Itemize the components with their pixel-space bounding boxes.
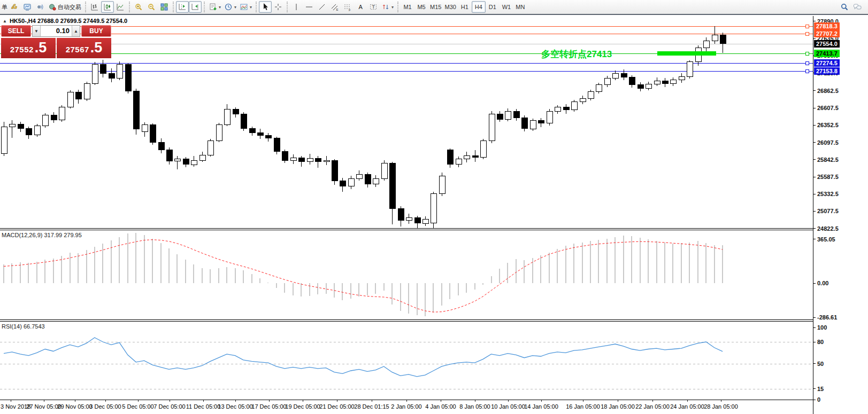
timeframe-m30-label: M30 (444, 4, 456, 10)
bar-chart-button[interactable] (88, 1, 101, 13)
auto-scroll-icon (191, 3, 199, 11)
timeframe-mn-button[interactable]: MN (513, 1, 527, 13)
chat-button[interactable] (851, 1, 864, 13)
timeframe-h1-label: H1 (461, 4, 468, 10)
text-label-icon: T (369, 3, 378, 11)
sell-button[interactable]: SELL (1, 25, 31, 37)
time-axis-tick (687, 400, 688, 402)
time-axis-tick (721, 400, 721, 402)
zoom-in-icon (134, 3, 143, 11)
candlestick-chart-button[interactable] (101, 1, 114, 13)
time-axis-tick (235, 400, 236, 402)
periods-button[interactable]: ▾ (222, 1, 238, 13)
periods-dropdown-arrow-icon[interactable]: ▾ (234, 5, 236, 10)
timeframe-w1-button[interactable]: W1 (500, 1, 513, 13)
vertical-line-button[interactable] (290, 1, 303, 13)
time-axis-tick (583, 400, 583, 402)
toolbar-separator (204, 2, 205, 12)
price-axis[interactable]: 27890.027635.027380.027125.026862.526607… (813, 16, 867, 414)
fibonacci-button[interactable]: F (341, 1, 354, 13)
pivot-annotation-text[interactable]: 多空转折点27413 (541, 48, 612, 60)
indicators-dropdown-arrow-icon[interactable]: ▾ (219, 5, 221, 10)
templates-button[interactable]: ▾ (238, 1, 254, 13)
buy-button[interactable]: BUY (81, 25, 111, 37)
templates-icon (240, 3, 248, 11)
time-axis-label: 10 Jan 05:00 (491, 403, 525, 410)
templates-dropdown-arrow-icon[interactable]: ▾ (250, 5, 252, 10)
text-tool-button[interactable]: A (354, 1, 367, 13)
candlestick-chart-canvas (0, 16, 813, 228)
axis-tick-label: 25077.5 (813, 208, 839, 214)
arrows-dropdown-arrow-icon[interactable]: ▾ (391, 5, 394, 10)
axis-tick-label: 26097.5 (813, 139, 839, 146)
time-axis-tick (138, 400, 139, 402)
publish-chart-button[interactable] (21, 1, 34, 13)
timeframe-m1-button[interactable]: M1 (401, 1, 414, 13)
price-line-badge: 27153.8 (814, 67, 840, 75)
rsi-canvas (0, 322, 813, 400)
crosshair-button[interactable] (272, 1, 285, 13)
arrows-button[interactable]: ▾ (380, 1, 395, 13)
time-axis-tick (372, 400, 372, 402)
zoom-in-button[interactable] (132, 1, 145, 13)
volume-increase-button[interactable]: ▲ (72, 26, 80, 36)
sell-price[interactable]: 27552 .5 (1, 38, 56, 58)
auto-scroll-button[interactable] (189, 1, 202, 13)
volume-value[interactable]: 0.10 (41, 26, 72, 36)
timeframe-m5-button[interactable]: M5 (414, 1, 428, 13)
news-broadcast-icon (36, 3, 44, 11)
macd-canvas (0, 230, 813, 319)
buy-price[interactable]: 27567 .5 (57, 38, 111, 58)
time-axis-label: 5 Dec 05:00 (122, 403, 153, 410)
timeframe-m30-button[interactable]: M30 (443, 1, 457, 13)
macd-pane[interactable]: MACD(12,26,9) 317.99 279.95 (0, 230, 813, 319)
auto-trading-label: 自动交易 (58, 3, 81, 11)
zoom-out-button[interactable] (145, 1, 158, 13)
time-axis-tick (475, 400, 475, 402)
rsi-pane[interactable]: RSI(14) 66.7543 (0, 322, 813, 400)
new-order-button[interactable]: 单 (1, 1, 8, 13)
trend-line-button[interactable] (316, 1, 328, 13)
time-axis-label: 16 Jan 05:00 (566, 403, 600, 410)
vertical-line-icon (292, 3, 301, 11)
horizontal-line-icon (305, 3, 313, 11)
time-axis[interactable]: 3 Nov 201827 Nov 05:0029 Nov 05:003 Dec … (0, 400, 813, 414)
timeframe-d1-button[interactable]: D1 (486, 1, 500, 13)
macd-label: MACD(12,26,9) 317.99 279.95 (2, 232, 82, 238)
axis-tick-label: 0.00 (813, 280, 828, 286)
time-axis-label: 3 Dec 05:00 (89, 403, 121, 410)
line-chart-icon (116, 3, 125, 11)
cursor-button[interactable] (259, 1, 272, 13)
timeframe-h1-button[interactable]: H1 (458, 1, 472, 13)
gold-ingot-button[interactable] (8, 1, 21, 13)
price-line-badge: 27413.7 (814, 50, 840, 57)
mt4-window: 单自动交易▾▾▾EFAT▾M1M5M15M30H1H4D1W1MN ▲ HK50… (0, 0, 868, 414)
news-broadcast-button[interactable] (34, 1, 47, 13)
indicators-button[interactable]: ▾ (207, 1, 222, 13)
text-label-button[interactable]: T (367, 1, 380, 13)
line-chart-button[interactable] (114, 1, 127, 13)
time-axis-tick (269, 400, 270, 402)
auto-trading-button[interactable]: 自动交易 (47, 1, 83, 13)
fibonacci-icon: F (343, 3, 352, 11)
chart-shift-button[interactable] (176, 1, 189, 13)
equidistant-channel-button[interactable]: E (328, 1, 341, 13)
timeframe-m15-button[interactable]: M15 (428, 1, 443, 13)
time-axis-tick (441, 400, 441, 402)
time-axis-tick (75, 400, 75, 402)
search-button[interactable] (838, 1, 851, 13)
price-line-badge: 27818.3 (814, 22, 840, 30)
timeframe-h4-button[interactable]: H4 (472, 1, 486, 13)
publish-chart-icon (23, 3, 32, 11)
time-axis-tick (337, 400, 337, 402)
one-click-collapse-icon[interactable]: ▲ (3, 19, 7, 24)
volume-decrease-button[interactable]: ▼ (33, 26, 41, 36)
time-axis-tick (652, 400, 653, 402)
zoom-out-icon (147, 3, 156, 11)
horizontal-line-button[interactable] (303, 1, 316, 13)
time-axis-tick (170, 400, 170, 402)
main-chart-pane[interactable]: ▲ HK50-,H4 27688.0 27699.5 27449.5 27554… (0, 16, 813, 228)
one-click-trading-panel: SELL ▼ 0.10 ▲ BUY 27552 .5 (1, 25, 111, 58)
tile-windows-button[interactable] (158, 1, 171, 13)
toolbar-right-group (838, 1, 864, 13)
